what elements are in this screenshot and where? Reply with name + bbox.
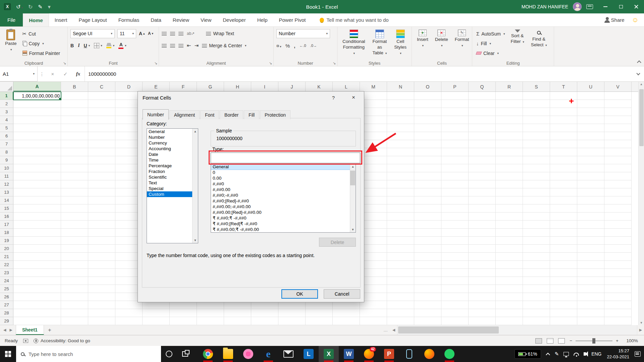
cell-M29[interactable] xyxy=(360,317,387,325)
cell-Q9[interactable] xyxy=(469,156,496,164)
cell-O1[interactable] xyxy=(414,92,441,100)
row-header-9[interactable]: 9 xyxy=(0,156,13,164)
cell-U14[interactable] xyxy=(577,196,604,204)
cell-A1[interactable]: 1,00,00,00,000.00 xyxy=(13,92,61,100)
cell-C1[interactable] xyxy=(88,92,115,100)
cell-R21[interactable] xyxy=(496,253,523,261)
cell-B14[interactable] xyxy=(61,196,88,204)
increase-font-size-button[interactable]: A▲ xyxy=(139,31,145,36)
cell-T16[interactable] xyxy=(550,213,577,221)
cell-B11[interactable] xyxy=(61,172,88,180)
cell-R28[interactable] xyxy=(496,309,523,317)
cell-A13[interactable] xyxy=(13,188,61,196)
paste-button[interactable]: Paste▾ xyxy=(3,28,19,58)
collapse-ribbon-button[interactable] xyxy=(637,60,641,65)
taskbar-edge-button[interactable]: e xyxy=(258,346,278,362)
cell-S29[interactable] xyxy=(523,317,550,325)
cell-O28[interactable] xyxy=(414,309,441,317)
cell-U1[interactable] xyxy=(577,92,604,100)
cell-Q27[interactable] xyxy=(469,301,496,309)
user-avatar[interactable] xyxy=(573,2,582,11)
cell-O14[interactable] xyxy=(414,196,441,204)
scroll-down-icon[interactable]: ▼ xyxy=(194,239,197,242)
new-sheet-button[interactable]: + xyxy=(44,325,55,335)
cell-R11[interactable] xyxy=(496,172,523,180)
page-break-view-button[interactable] xyxy=(558,338,565,344)
cell-V19[interactable] xyxy=(604,237,632,245)
start-button[interactable] xyxy=(0,346,16,362)
cell-U10[interactable] xyxy=(577,164,604,172)
cell-O29[interactable] xyxy=(414,317,441,325)
cell-O9[interactable] xyxy=(414,156,441,164)
cell-N5[interactable] xyxy=(387,124,414,132)
cell-U22[interactable] xyxy=(577,261,604,269)
cell-Q8[interactable] xyxy=(469,148,496,156)
taskbar-firefox-alert-button[interactable]: 42 xyxy=(359,346,379,362)
cell-S24[interactable] xyxy=(523,277,550,285)
row-header-5[interactable]: 5 xyxy=(0,124,13,132)
cell-P12[interactable] xyxy=(441,180,469,188)
align-right-button[interactable] xyxy=(178,44,183,48)
cell-U28[interactable] xyxy=(577,309,604,317)
ok-button[interactable]: OK xyxy=(281,289,318,299)
cell-S6[interactable] xyxy=(523,132,550,140)
cell-N18[interactable] xyxy=(387,229,414,237)
cell-B3[interactable] xyxy=(61,108,88,116)
cell-B22[interactable] xyxy=(61,261,88,269)
zoom-slider[interactable] xyxy=(576,341,612,341)
cell-Q20[interactable] xyxy=(469,245,496,253)
cell-T6[interactable] xyxy=(550,132,577,140)
top-align-button[interactable] xyxy=(162,32,167,36)
row-header-3[interactable]: 3 xyxy=(0,108,13,116)
scroll-down-icon[interactable]: ▼ xyxy=(352,228,355,231)
ribbon-tab-formulas[interactable]: Formulas xyxy=(113,13,145,26)
cell-N28[interactable] xyxy=(387,309,414,317)
cell-Q11[interactable] xyxy=(469,172,496,180)
cell-P24[interactable] xyxy=(441,277,469,285)
cell-P3[interactable] xyxy=(441,108,469,116)
cell-A26[interactable] xyxy=(13,293,61,301)
cell-Q6[interactable] xyxy=(469,132,496,140)
tab-splitter[interactable]: … xyxy=(381,325,390,335)
category-item-scientific[interactable]: Scientific xyxy=(147,174,198,180)
cell-T8[interactable] xyxy=(550,148,577,156)
fill-button[interactable]: ↓Fill▾ xyxy=(475,39,506,48)
task-view-button[interactable] xyxy=(177,351,193,357)
cell-O5[interactable] xyxy=(414,124,441,132)
accessibility-status[interactable]: Accessibility: Good to go xyxy=(34,338,90,343)
horizontal-scroll-thumb[interactable] xyxy=(398,326,499,334)
cell-A4[interactable] xyxy=(13,116,61,124)
cell-R20[interactable] xyxy=(496,245,523,253)
format-codes-scrollbar[interactable]: ▲ ▼ xyxy=(350,164,356,232)
cell-S21[interactable] xyxy=(523,253,550,261)
enter-entry-button[interactable]: ✓ xyxy=(59,66,72,81)
cell-N14[interactable] xyxy=(387,196,414,204)
taskbar-chrome-button[interactable] xyxy=(198,346,218,362)
taskbar-file-explorer-button[interactable] xyxy=(218,346,238,362)
cell-U11[interactable] xyxy=(577,172,604,180)
cell-U24[interactable] xyxy=(577,277,604,285)
ribbon-tab-review[interactable]: Review xyxy=(167,13,195,26)
cell-Q21[interactable] xyxy=(469,253,496,261)
cell-H28[interactable] xyxy=(224,309,251,317)
insert-function-button[interactable]: fx xyxy=(72,66,85,81)
cell-V21[interactable] xyxy=(604,253,632,261)
cell-O12[interactable] xyxy=(414,180,441,188)
cell-R17[interactable] xyxy=(496,221,523,229)
cell-C29[interactable] xyxy=(88,317,115,325)
column-header-D[interactable]: D xyxy=(115,82,143,92)
category-list-scrollbar[interactable]: ▲ ▼ xyxy=(192,129,198,243)
cell-O17[interactable] xyxy=(414,221,441,229)
cell-S1[interactable] xyxy=(523,92,550,100)
close-button[interactable] xyxy=(629,0,644,13)
cell-B20[interactable] xyxy=(61,245,88,253)
cell-V5[interactable] xyxy=(604,124,632,132)
language-indicator[interactable]: ENG xyxy=(591,351,601,357)
cell-A3[interactable] xyxy=(13,108,61,116)
cell-T7[interactable] xyxy=(550,140,577,148)
cell-S27[interactable] xyxy=(523,301,550,309)
show-hidden-icons-button[interactable] xyxy=(546,353,550,357)
scroll-up-icon[interactable]: ▲ xyxy=(352,165,355,168)
cell-A28[interactable] xyxy=(13,309,61,317)
cell-A25[interactable] xyxy=(13,285,61,293)
